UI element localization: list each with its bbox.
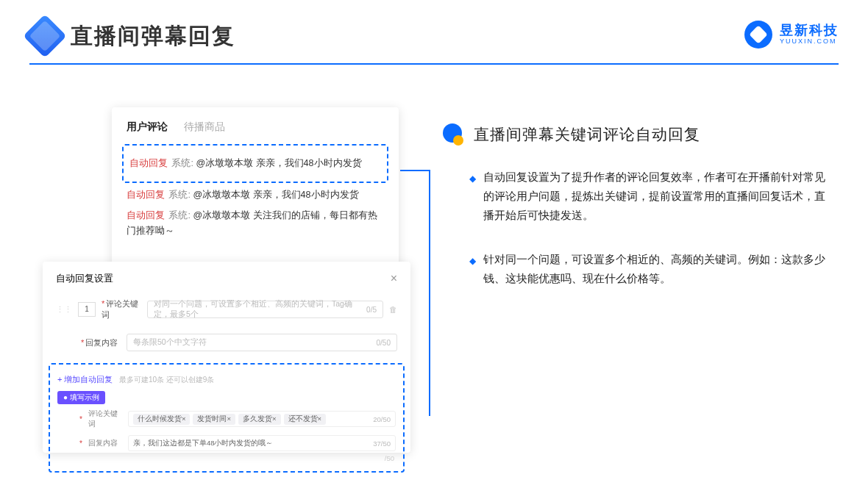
ex-reply-text: 亲，我们这边都是下单48小时内发货的哦～ <box>133 439 274 448</box>
auto-reply-tag: 自动回复 <box>127 210 165 220</box>
ex-kw-label: 评论关键词 <box>88 409 124 429</box>
chip[interactable]: 还不发货× <box>284 414 327 425</box>
comments-card: 用户评论 待播商品 自动回复 系统: @冰墩墩本墩 亲亲，我们48小时内发货 自… <box>112 107 399 269</box>
header-divider <box>29 63 839 65</box>
bubble-icon <box>443 123 465 146</box>
reply-count: 0/50 <box>377 339 391 347</box>
reply-input[interactable]: 每条限50个中文字符 0/50 <box>127 334 397 351</box>
section-title: 直播间弹幕关键词评论自动回复 <box>474 124 700 145</box>
delete-icon[interactable]: 🗑 <box>389 305 397 314</box>
system-label: 系统: <box>168 210 190 220</box>
brand-name: 昱新科技 <box>780 24 839 38</box>
example-keyword-chips[interactable]: 什么时候发货× 发货时间× 多久发货× 还不发货× 20/50 <box>128 411 396 427</box>
page-title: 直播间弹幕回复 <box>71 21 235 51</box>
tab-pending-goods[interactable]: 待播商品 <box>184 121 225 134</box>
chip[interactable]: 什么时候发货× <box>133 414 191 425</box>
ex-kw-count: 20/50 <box>373 415 391 423</box>
highlighted-comment: 自动回复 系统: @冰墩墩本墩 亲亲，我们48小时内发货 <box>122 144 388 183</box>
auto-reply-tag: 自动回复 <box>129 158 168 168</box>
example-reply-input[interactable]: 亲，我们这边都是下单48小时内发货的哦～ 37/50 <box>128 435 396 451</box>
example-box: + 增加自动回复 最多可建10条 还可以创建9条 ● 填写示例 * 评论关键词 … <box>49 363 405 473</box>
example-badge: ● 填写示例 <box>57 391 105 404</box>
outer-count: /50 <box>57 454 394 462</box>
close-icon[interactable]: × <box>391 272 397 285</box>
reply-placeholder: 每条限50个中文字符 <box>133 337 207 348</box>
add-auto-reply-link[interactable]: + 增加自动回复 <box>57 375 113 384</box>
comment-text: @冰墩墩本墩 亲亲，我们48小时内发货 <box>193 190 358 200</box>
system-label: 系统: <box>168 190 190 200</box>
tab-user-comments[interactable]: 用户评论 <box>127 121 168 134</box>
ex-reply-count: 37/50 <box>373 439 391 448</box>
drag-handle-icon[interactable]: ⋮⋮ <box>56 305 72 315</box>
system-label: 系统: <box>171 158 193 168</box>
settings-card: 自动回复设置 × ⋮⋮ 1 *评论关键词 对同一个问题，可设置多个相近、高频的关… <box>43 262 410 453</box>
chip[interactable]: 多久发货× <box>238 414 281 425</box>
kw-label: 评论关键词 <box>102 299 138 319</box>
cube-icon <box>23 14 66 57</box>
brand-sub: YUUXIN.COM <box>780 38 839 46</box>
reply-label: 回复内容 <box>85 338 118 347</box>
kw-placeholder: 对同一个问题，可设置多个相近、高频的关键词，Tag确定，最多5个 <box>154 299 362 320</box>
brand: 昱新科技 YUUXIN.COM <box>744 21 839 49</box>
comment-text: @冰墩墩本墩 亲亲，我们48小时内发货 <box>196 158 361 168</box>
brand-logo-icon <box>744 21 772 49</box>
ex-reply-label: 回复内容 <box>88 438 124 448</box>
auto-reply-tag: 自动回复 <box>127 190 165 200</box>
bullet-text: 自动回复设置为了提升作者的评论回复效率，作者可在开播前针对常见的评论用户问题，提… <box>483 168 833 225</box>
add-note: 最多可建10条 还可以创建9条 <box>119 376 214 384</box>
diamond-icon: ◆ <box>469 171 476 225</box>
kw-count: 0/5 <box>366 306 377 314</box>
keyword-input[interactable]: 对同一个问题，可设置多个相近、高频的关键词，Tag确定，最多5个 0/5 <box>147 301 383 318</box>
rule-index: 1 <box>78 302 96 317</box>
diamond-icon: ◆ <box>469 254 476 288</box>
settings-title: 自动回复设置 <box>56 272 113 285</box>
bullet-text: 针对同一个问题，可设置多个相近的、高频的关键词。例如：这款多少钱、这块能优惠吗、… <box>483 250 833 288</box>
chip[interactable]: 发货时间× <box>193 414 235 425</box>
